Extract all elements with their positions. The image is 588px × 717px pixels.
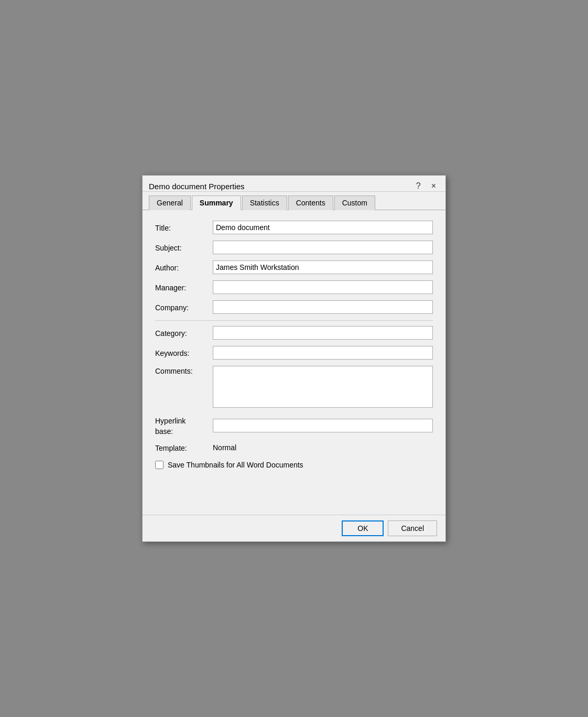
thumbnail-checkbox-label[interactable]: Save Thumbnails for All Word Documents	[168, 461, 303, 469]
author-row: Author:	[155, 260, 433, 274]
tab-custom-label: Custom	[342, 199, 367, 207]
title-row: Title:	[155, 221, 433, 234]
company-label: Company:	[155, 302, 213, 312]
category-row: Category:	[155, 326, 433, 340]
dialog-title: Demo document Properties	[149, 182, 245, 191]
tab-contents[interactable]: Contents	[288, 195, 333, 210]
tab-summary[interactable]: Summary	[192, 195, 241, 210]
keywords-label: Keywords:	[155, 348, 213, 357]
manager-label: Manager:	[155, 283, 213, 292]
hyperlink-label: Hyperlink base:	[155, 414, 213, 437]
divider	[155, 320, 433, 321]
footer: OK Cancel	[143, 515, 445, 541]
keywords-row: Keywords:	[155, 346, 433, 360]
company-row: Company:	[155, 300, 433, 314]
template-value: Normal	[213, 443, 236, 452]
comments-input[interactable]	[213, 366, 433, 408]
comments-label: Comments:	[155, 366, 213, 375]
thumbnail-checkbox[interactable]	[155, 461, 164, 469]
hyperlink-label-line1: Hyperlink	[155, 417, 186, 425]
help-button[interactable]: ?	[413, 181, 424, 191]
template-label: Template:	[155, 443, 213, 452]
author-input[interactable]	[213, 260, 433, 274]
title-bar: Demo document Properties ? ×	[143, 176, 445, 192]
tab-bar: General Summary Statistics Contents Cust…	[143, 192, 445, 210]
tab-statistics-label: Statistics	[250, 199, 279, 207]
tab-contents-label: Contents	[296, 199, 325, 207]
hyperlink-input[interactable]	[213, 419, 433, 432]
cancel-button[interactable]: Cancel	[388, 520, 437, 536]
title-bar-left: Demo document Properties	[149, 182, 245, 191]
title-label: Title:	[155, 223, 213, 232]
ok-button[interactable]: OK	[342, 520, 384, 536]
thumbnail-checkbox-row: Save Thumbnails for All Word Documents	[155, 461, 433, 469]
category-input[interactable]	[213, 326, 433, 340]
hyperlink-row: Hyperlink base:	[155, 414, 433, 437]
tab-statistics[interactable]: Statistics	[242, 195, 287, 210]
template-row: Template: Normal	[155, 443, 433, 452]
author-label: Author:	[155, 263, 213, 272]
tab-general-label: General	[157, 199, 183, 207]
manager-row: Manager:	[155, 280, 433, 294]
subject-label: Subject:	[155, 243, 213, 252]
keywords-input[interactable]	[213, 346, 433, 360]
subject-row: Subject:	[155, 241, 433, 254]
comments-row: Comments:	[155, 366, 433, 408]
title-bar-right: ? ×	[413, 181, 439, 191]
manager-input[interactable]	[213, 280, 433, 294]
category-label: Category:	[155, 328, 213, 338]
company-input[interactable]	[213, 300, 433, 314]
hyperlink-label-line2: base:	[155, 427, 173, 436]
tab-content: Title: Subject: Author: Manager: Company…	[143, 210, 445, 515]
tab-general[interactable]: General	[149, 195, 191, 210]
close-button[interactable]: ×	[428, 181, 439, 191]
dialog: Demo document Properties ? × General Sum…	[142, 175, 446, 542]
tab-summary-label: Summary	[200, 199, 233, 207]
tab-custom[interactable]: Custom	[334, 195, 375, 210]
title-input[interactable]	[213, 221, 433, 234]
subject-input[interactable]	[213, 241, 433, 254]
